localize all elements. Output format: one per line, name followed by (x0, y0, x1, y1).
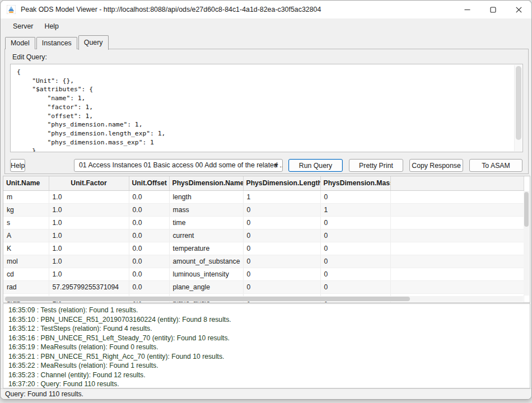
log-line: 16:35:22 : MeaResults (relation): Found … (8, 361, 530, 371)
app-icon (7, 5, 16, 14)
table-cell: 1 (320, 203, 390, 216)
preset-value: 01 Access Instances 01 Basic access 00 A… (79, 161, 283, 169)
caption-buttons (454, 1, 531, 18)
button-copy-response[interactable]: Copy Response (409, 159, 463, 172)
table-cell: 0 (243, 280, 320, 293)
table-cell: 0 (320, 255, 390, 268)
status-bar: Query: Found 110 results. (1, 388, 531, 400)
table-cell: 0.0 (129, 280, 169, 293)
menu-help[interactable]: Help (39, 18, 64, 34)
table-cell: mass (169, 203, 243, 216)
table-cell: amount_of_substance (169, 255, 243, 268)
table-cell (390, 268, 524, 280)
tab-model[interactable]: Model (5, 37, 35, 49)
log-line: 16:35:23 : Channel (entity): Found 12 re… (8, 371, 530, 380)
table-cell: length (169, 190, 243, 203)
table-cell: 0 (243, 203, 320, 216)
table-cell: 57.295799255371094 (49, 280, 129, 293)
minimize-button[interactable] (454, 1, 480, 18)
table-row[interactable]: s1.00.0time00 (3, 216, 524, 229)
table-cell: 0.0 (129, 190, 169, 203)
table-cell: 0 (320, 242, 390, 255)
log-panel[interactable]: 16:35:09 : Tests (relation): Found 1 res… (3, 303, 530, 388)
table-row[interactable]: m1.00.0length10 (3, 190, 524, 203)
table-cell: 0.0 (129, 242, 169, 255)
tab-query[interactable]: Query (78, 35, 109, 50)
column-header[interactable]: PhysDimension.Mass (320, 176, 390, 190)
log-line: 16:35:12 : TestSteps (relation): Found 4… (8, 324, 530, 334)
table-cell: temperature (169, 242, 243, 255)
table-cell: cd (3, 268, 49, 280)
scrollbar-thumb[interactable] (524, 192, 529, 227)
column-header-filler (390, 176, 524, 190)
table-cell: 0.0 (129, 216, 169, 229)
table-row[interactable]: kg1.00.0mass01 (3, 203, 524, 216)
table-row[interactable]: rad57.2957992553710940.0plane_angle00 (3, 280, 524, 293)
table-body: m1.00.0length10kg1.00.0mass01s1.00.0time… (3, 190, 524, 303)
table-cell: 1.0 (49, 203, 129, 216)
table-cell: 0 (243, 216, 320, 229)
table-cell: 1.0 (49, 216, 129, 229)
window-title: Peak ODS Model Viewer - http://localhost… (21, 1, 321, 18)
close-button[interactable] (506, 1, 531, 18)
maximize-button[interactable] (480, 1, 506, 18)
table-row[interactable]: K1.00.0temperature00 (3, 242, 524, 255)
scrollbar-thumb[interactable] (516, 66, 521, 140)
menu-bar: ServerHelp (1, 18, 531, 34)
table-cell: 0 (320, 216, 390, 229)
table-row[interactable]: cd1.00.0luminous_intensity00 (3, 268, 524, 280)
table-horizontal-scrollbar[interactable] (4, 296, 523, 302)
table-cell: 0 (320, 280, 390, 293)
button-pretty-print[interactable]: Pretty Print (349, 159, 403, 172)
table-cell (390, 280, 524, 293)
query-toolbar: Run Query 01 Access Instances 01 Basic a… (10, 159, 522, 172)
table-cell: s (3, 216, 49, 229)
table-row[interactable]: mol1.00.0amount_of_substance00 (3, 255, 524, 268)
table-cell: 0 (320, 190, 390, 203)
scrollbar-thumb[interactable] (5, 297, 410, 301)
table-cell: 0.0 (129, 268, 169, 280)
column-header[interactable]: PhysDimension.Length (243, 176, 320, 190)
table-cell: 0 (320, 229, 390, 242)
results-grid: Unit.NameUnit.FactorUnit.OffsetPhysDimen… (3, 176, 524, 303)
column-header[interactable]: Unit.Offset (129, 176, 169, 190)
menu-server[interactable]: Server (7, 18, 39, 34)
log-line: 16:35:10 : PBN_UNECE_R51_20190703160224 … (8, 315, 530, 325)
log-line: 16:35:21 : PBN_UNECE_R51_Right_Acc_70 (e… (8, 352, 530, 362)
query-text: { "Unit": {}, "$attributes": { "name": 1… (11, 64, 522, 152)
table-cell: plane_angle (169, 280, 243, 293)
query-preset-dropdown[interactable]: 01 Access Instances 01 Basic access 00 A… (74, 159, 283, 172)
table-row[interactable]: A1.00.0current00 (3, 229, 524, 242)
log-line: 16:37:20 : Query: Found 110 results. (8, 379, 530, 388)
table-cell: 0 (320, 268, 390, 280)
table-cell: 1.0 (49, 242, 129, 255)
query-editor[interactable]: { "Unit": {}, "$attributes": { "name": 1… (10, 64, 523, 152)
table-cell (390, 229, 524, 242)
table-cell: 1.0 (49, 255, 129, 268)
log-line: 16:35:16 : PBN_UNECE_R51_Left_Steady_70 … (8, 334, 530, 343)
table-cell: 0 (243, 268, 320, 280)
query-editor-scrollbar[interactable] (514, 65, 522, 151)
table-cell: K (3, 242, 49, 255)
tab-strip: ModelInstancesQuery (5, 34, 110, 49)
table-cell: mol (3, 255, 49, 268)
table-cell: kg (3, 203, 49, 216)
button-help[interactable]: Help (10, 159, 25, 172)
title-bar[interactable]: Peak ODS Model Viewer - http://localhost… (1, 1, 531, 18)
table-vertical-scrollbar[interactable] (524, 191, 529, 296)
column-header[interactable]: Unit.Name (3, 176, 49, 190)
table-header-row: Unit.NameUnit.FactorUnit.OffsetPhysDimen… (3, 176, 524, 190)
table-cell: 0.0 (129, 203, 169, 216)
table-cell (390, 190, 524, 203)
button-to-asam[interactable]: To ASAM (469, 159, 522, 172)
log-line: 16:35:19 : MeaResults (relation): Found … (8, 343, 530, 352)
run-query-button[interactable]: Run Query (288, 159, 343, 172)
table-cell: m (3, 190, 49, 203)
table-cell: 0.0 (129, 229, 169, 242)
query-tab-panel: Edit Query: { "Unit": {}, "$attributes":… (4, 49, 529, 174)
column-header[interactable]: PhysDimension.Name (169, 176, 243, 190)
table-cell: 0 (243, 242, 320, 255)
column-header[interactable]: Unit.Factor (49, 176, 129, 190)
chevron-down-icon (274, 164, 278, 167)
tab-instances[interactable]: Instances (36, 37, 77, 49)
